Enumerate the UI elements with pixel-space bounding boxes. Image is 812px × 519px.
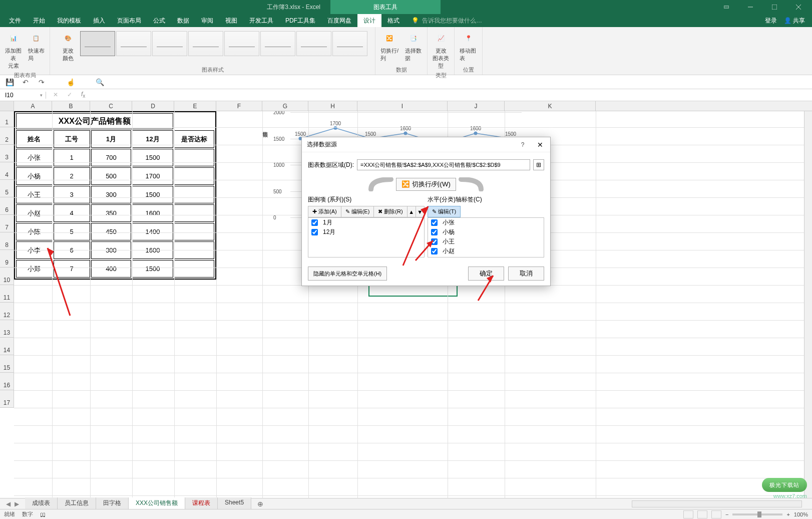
zoom-in-icon[interactable]: + [786,511,789,517]
col-header[interactable]: G [262,101,308,111]
category-item[interactable]: 小赵 [428,246,544,256]
add-sheet-button[interactable]: ⊕ [251,500,269,508]
add-chart-element-button[interactable]: 📊添加图表 元素 [3,29,24,71]
sheet-tab[interactable]: 员工信息 [58,497,96,510]
chart-style-thumb[interactable] [80,31,115,56]
tab-公式[interactable]: 公式 [147,14,171,27]
checkbox[interactable] [431,229,438,235]
row-header[interactable]: 14 [0,338,14,355]
row-header[interactable]: 1 [0,111,14,127]
change-chart-type-button[interactable]: 📈更改 图表类型 [431,29,451,71]
print-preview-icon[interactable]: 🔍 [93,77,106,88]
page-layout-view-icon[interactable] [697,510,707,518]
category-item[interactable]: 小王 [428,237,544,246]
share-button[interactable]: 👤 共享 [784,17,805,25]
series-edit-button[interactable]: ✎ 编辑(E) [341,206,374,217]
switch-row-col-button[interactable]: 🔀 切换行/列(W) [396,178,456,191]
login-link[interactable]: 登录 [765,17,777,25]
tab-file[interactable]: 文件 [3,14,27,27]
col-header[interactable]: H [308,101,357,111]
chart-style-thumb[interactable] [188,31,223,56]
tab-开始[interactable]: 开始 [27,14,51,27]
col-header[interactable]: I [357,101,448,111]
sheet-tab[interactable]: 课程表 [185,497,218,510]
tab-设计[interactable]: 设计 [357,14,381,27]
page-break-view-icon[interactable] [711,510,721,518]
chart-style-thumb[interactable] [260,31,295,56]
sheet-nav-next-icon[interactable]: ▶ [15,500,19,507]
row-header[interactable]: 9 [0,250,14,268]
dialog-close-icon[interactable]: ✕ [530,141,550,149]
tell-me[interactable]: 💡 告诉我您想要做什么… [412,17,482,25]
tab-审阅[interactable]: 审阅 [195,14,219,27]
row-header[interactable]: 17 [0,390,14,408]
hidden-cells-button[interactable]: 隐藏的单元格和空单元格(H) [308,267,387,281]
chart-style-thumb[interactable] [332,31,367,56]
close-icon[interactable] [787,0,810,14]
maximize-icon[interactable] [763,0,786,14]
checkbox[interactable] [431,248,438,254]
tab-我的模板[interactable]: 我的模板 [51,14,87,27]
row-header[interactable]: 4 [0,162,14,180]
vertical-scrollbar[interactable] [804,111,812,519]
cancel-button[interactable]: 取消 [508,267,544,281]
touch-mode-icon[interactable]: ☝ [64,77,77,88]
zoom-level[interactable]: 100% [794,511,808,517]
normal-view-icon[interactable] [683,510,693,518]
tab-PDF工具集[interactable]: PDF工具集 [279,14,321,27]
cancel-formula-icon[interactable]: ✕ [53,91,58,98]
category-list[interactable]: 小张小杨小王小赵小陈 [428,217,544,257]
row-header[interactable]: 7 [0,215,14,232]
horizontal-scrollbar[interactable] [632,500,802,507]
tab-百度网盘[interactable]: 百度网盘 [321,14,357,27]
accessibility-icon[interactable]: 🕮 [40,511,46,517]
redo-icon[interactable]: ↷ [35,77,48,88]
col-header[interactable]: A [14,101,52,111]
row-header[interactable]: 5 [0,180,14,197]
category-edit-button[interactable]: ✎ 编辑(T) [428,206,461,217]
col-header[interactable]: B [52,101,90,111]
row-header[interactable]: 12 [0,303,14,320]
fx-icon[interactable]: fx [81,91,85,99]
chart-style-thumb[interactable] [116,31,151,56]
col-header[interactable]: D [132,101,174,111]
zoom-slider[interactable] [732,513,782,515]
tab-页面布局[interactable]: 页面布局 [111,14,147,27]
checkbox[interactable] [431,238,438,245]
series-move-up-button[interactable]: ▲ [407,206,416,217]
series-move-down-button[interactable]: ▼ [416,206,425,217]
series-item[interactable]: 1月 [308,218,424,227]
dialog-help-icon[interactable]: ? [515,141,530,148]
row-header[interactable]: 3 [0,145,14,162]
tab-开发工具[interactable]: 开发工具 [243,14,279,27]
row-header[interactable]: 11 [0,285,14,303]
tab-格式[interactable]: 格式 [381,14,405,27]
row-header[interactable]: 2 [0,127,14,145]
change-colors-button[interactable]: 🎨更改 颜色 [58,29,78,63]
sheet-tab[interactable]: 成绩表 [25,497,58,510]
col-header[interactable]: K [505,101,596,111]
tab-数据[interactable]: 数据 [171,14,195,27]
column-headers[interactable]: ABCDEFGHIJK [0,101,812,111]
ribbon-display-icon[interactable] [715,0,738,14]
row-header[interactable]: 8 [0,232,14,250]
col-header[interactable]: C [90,101,132,111]
category-item[interactable]: 小张 [428,218,544,227]
quick-layout-button[interactable]: 📋快速布局 [26,29,47,63]
chart-range-input[interactable] [357,159,530,170]
series-item[interactable]: 12月 [308,227,424,237]
series-add-button[interactable]: ✚ 添加(A) [308,206,341,217]
row-headers[interactable]: 1234567891011121314151617 [0,111,14,408]
checkbox[interactable] [311,219,318,226]
chart-styles-gallery[interactable] [80,29,367,63]
ok-button[interactable]: 确定 [468,267,504,281]
sheet-nav-prev-icon[interactable]: ◀ [6,500,11,507]
tab-插入[interactable]: 插入 [87,14,111,27]
collapse-range-icon[interactable]: ⊞ [533,159,544,170]
series-remove-button[interactable]: ✖ 删除(R) [373,206,407,217]
minimize-icon[interactable] [739,0,762,14]
category-item[interactable]: 小杨 [428,227,544,237]
enter-formula-icon[interactable]: ✓ [67,91,72,98]
undo-icon[interactable]: ↶ [19,77,32,88]
row-header[interactable]: 6 [0,197,14,215]
